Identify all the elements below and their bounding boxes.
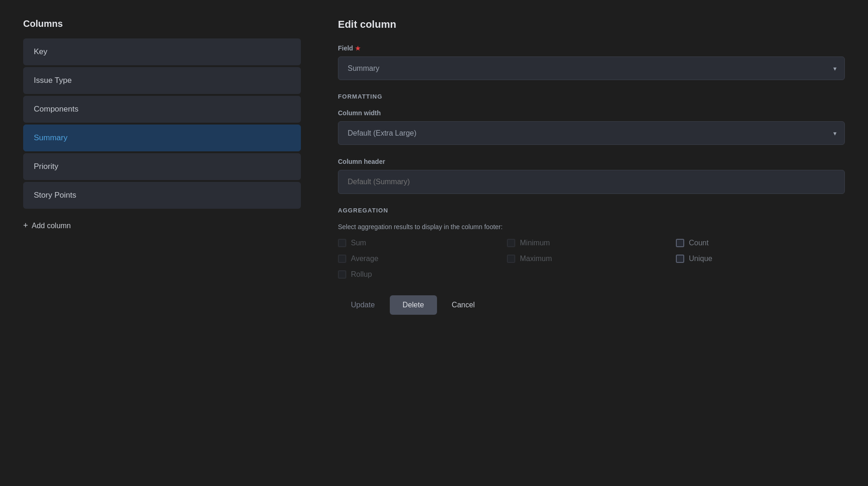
checkbox-minimum	[507, 239, 515, 247]
plus-icon: +	[23, 221, 28, 231]
field-select-wrapper: Summary ▾	[338, 56, 845, 80]
columns-title: Columns	[23, 19, 301, 29]
checkbox-item-maximum: Maximum	[507, 255, 676, 263]
required-star: ★	[355, 45, 361, 52]
checkbox-sum-label: Sum	[351, 239, 366, 247]
add-column-button[interactable]: + Add column	[23, 218, 301, 233]
column-header-input[interactable]	[338, 170, 845, 194]
checkbox-maximum-label: Maximum	[520, 255, 552, 263]
column-item-components[interactable]: Components	[23, 96, 301, 123]
column-width-label: Column width	[338, 109, 845, 117]
checkbox-unique[interactable]	[676, 255, 684, 263]
column-item-summary[interactable]: Summary	[23, 125, 301, 151]
checkbox-count[interactable]	[676, 239, 684, 247]
aggregation-section: AGGREGATION Select aggregation results t…	[338, 207, 845, 279]
checkbox-average	[338, 255, 346, 263]
column-width-select[interactable]: Default (Extra Large) Small Medium Large…	[338, 121, 845, 145]
checkbox-count-label: Count	[689, 239, 709, 247]
checkbox-rollup-label: Rollup	[351, 270, 372, 279]
field-label: Field ★	[338, 44, 845, 52]
column-item-key[interactable]: Key	[23, 38, 301, 65]
aggregation-checkbox-grid: Sum Minimum Count Average Maximum	[338, 239, 845, 279]
action-buttons: Update Delete Cancel	[338, 295, 845, 315]
checkbox-minimum-label: Minimum	[520, 239, 550, 247]
formatting-section-label: FORMATTING	[338, 93, 845, 100]
column-list: Key Issue Type Components Summary Priori…	[23, 38, 301, 209]
checkbox-rollup	[338, 270, 346, 279]
field-select[interactable]: Summary	[338, 56, 845, 80]
column-item-priority[interactable]: Priority	[23, 153, 301, 180]
columns-panel: Columns Key Issue Type Components Summar…	[23, 19, 301, 315]
checkbox-item-sum: Sum	[338, 239, 507, 247]
checkbox-item-count[interactable]: Count	[676, 239, 845, 247]
column-item-story-points[interactable]: Story Points	[23, 182, 301, 209]
checkbox-item-minimum: Minimum	[507, 239, 676, 247]
checkbox-maximum	[507, 255, 515, 263]
aggregation-description: Select aggregation results to display in…	[338, 223, 845, 231]
update-button[interactable]: Update	[338, 295, 388, 315]
column-header-label: Column header	[338, 158, 845, 165]
checkbox-item-average: Average	[338, 255, 507, 263]
edit-column-panel: Edit column Field ★ Summary ▾ FORMATTING…	[338, 19, 845, 315]
column-width-select-wrapper: Default (Extra Large) Small Medium Large…	[338, 121, 845, 145]
cancel-button[interactable]: Cancel	[439, 295, 488, 315]
column-item-issue-type[interactable]: Issue Type	[23, 67, 301, 94]
checkbox-average-label: Average	[351, 255, 378, 263]
edit-column-title: Edit column	[338, 19, 845, 31]
checkbox-unique-label: Unique	[689, 255, 712, 263]
checkbox-item-unique[interactable]: Unique	[676, 255, 845, 263]
aggregation-section-label: AGGREGATION	[338, 207, 845, 214]
main-container: Columns Key Issue Type Components Summar…	[23, 19, 845, 315]
checkbox-sum	[338, 239, 346, 247]
add-column-label: Add column	[32, 222, 71, 230]
delete-button[interactable]: Delete	[390, 295, 437, 315]
checkbox-item-rollup: Rollup	[338, 270, 507, 279]
